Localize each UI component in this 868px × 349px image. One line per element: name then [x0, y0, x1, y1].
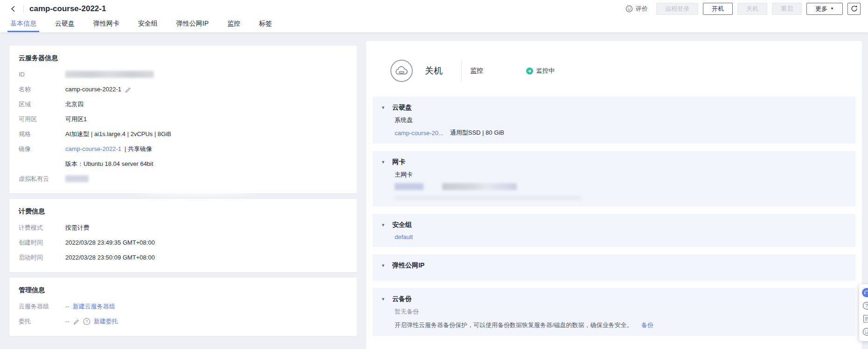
divider: [23, 5, 24, 13]
resource-sections: ▼ 云硬盘 系统盘 camp-course-20... 通用型SSD | 80 …: [373, 96, 855, 336]
collapse-arrow-icon: ▼: [381, 297, 385, 301]
support-button[interactable]: [862, 288, 868, 297]
section-security-group-header[interactable]: ▼ 安全组: [381, 219, 847, 233]
remote-login-button[interactable]: 远程登录: [656, 3, 698, 15]
collapse-arrow-icon: ▼: [381, 106, 385, 110]
back-icon: [10, 6, 16, 12]
divider: [461, 60, 462, 82]
redacted-id-value: [65, 71, 154, 78]
status-panel: 关机 监控 监控中 ▼ 云硬盘 系统盘: [366, 41, 862, 349]
help-icon[interactable]: ?: [83, 318, 90, 325]
image-link[interactable]: camp-course-2022-1: [65, 144, 121, 154]
more-button[interactable]: 更多 ▼: [806, 3, 843, 15]
smiley-icon: [625, 5, 633, 13]
section-nic: ▼ 网卡 主网卡: [373, 151, 855, 206]
collapse-arrow-icon: ▼: [381, 223, 385, 227]
tab-monitoring[interactable]: 监控: [226, 17, 241, 32]
monitoring-active-icon: [526, 68, 533, 75]
section-security-group: ▼ 安全组 default: [373, 214, 855, 247]
row-server-group: 云服务器组 -- 新建云服务器组: [19, 301, 347, 311]
redaction-smudge: [395, 196, 581, 200]
more-label: 更多: [815, 5, 827, 13]
redacted-nic-id: [442, 183, 517, 190]
monitor-status-text: 监控中: [536, 67, 555, 75]
monitor-label: 监控: [470, 67, 483, 75]
row-name: 名称 camp-course-2022-1: [19, 84, 347, 94]
section-eip: ▼ 弹性公网IP: [373, 254, 855, 281]
refresh-button[interactable]: [847, 3, 861, 15]
restart-button[interactable]: 重启: [772, 3, 802, 15]
redacted-nic-ip: [395, 183, 424, 190]
topbar: camp-course-2022-1 评价 远程登录 开机 关机 重启 更多 ▼: [0, 0, 868, 17]
side-toolbar: ?: [859, 284, 868, 341]
power-off-button[interactable]: 关机: [737, 3, 767, 15]
tab-nics[interactable]: 弹性网卡: [92, 17, 120, 32]
row-image: 镜像 camp-course-2022-1 | 共享镜像: [19, 144, 347, 154]
server-status-text: 关机: [425, 65, 443, 77]
tab-security-groups[interactable]: 安全组: [137, 17, 159, 32]
create-server-group-link[interactable]: 新建云服务器组: [73, 301, 115, 311]
nic-type-label: 主网卡: [395, 171, 847, 179]
document-icon: [863, 315, 868, 323]
smiley-icon: [862, 328, 868, 336]
agency-value: --: [65, 316, 69, 326]
row-created-time: 创建时间 2022/03/28 23:49:35 GMT+08:00: [19, 238, 347, 247]
server-status-badge: [390, 60, 413, 82]
tab-basic-info[interactable]: 基本信息: [9, 17, 37, 32]
cloud-server-icon: [395, 66, 408, 76]
row-launch-time: 启动时间 2022/03/28 23:50:09 GMT+08:00: [19, 253, 347, 262]
docs-button[interactable]: [862, 314, 868, 323]
svg-text:?: ?: [865, 303, 868, 308]
edit-agency-icon[interactable]: [73, 318, 80, 325]
collapse-arrow-icon: ▼: [381, 160, 385, 164]
image-type: | 共享镜像: [125, 144, 152, 154]
refresh-icon: [851, 5, 858, 12]
backup-link[interactable]: 备份: [641, 321, 653, 329]
row-image-version: 版本：Ubuntu 18.04 server 64bit: [19, 159, 347, 169]
left-column: 云服务器信息 ID 名称 camp-course-2022-1 区域 北京四: [9, 46, 357, 349]
chevron-down-icon: ▼: [830, 7, 834, 11]
question-icon: ?: [862, 301, 868, 310]
back-button[interactable]: [8, 4, 18, 14]
billing-info-card: 计费信息 计费模式 按需计费 创建时间 2022/03/28 23:49:35 …: [9, 199, 357, 272]
section-backup: ▼ 云备份 暂无备份 开启弹性云服务器备份保护，可以使用备份数据恢复服务器/磁盘…: [373, 288, 855, 336]
status-header: 关机 监控 监控中: [373, 41, 855, 82]
row-vpc: 虚拟私有云: [19, 174, 347, 184]
power-on-button[interactable]: 开机: [703, 3, 733, 15]
row-region: 区域 北京四: [19, 99, 347, 109]
nic-row: [395, 183, 847, 190]
feedback-link[interactable]: 评价: [625, 5, 648, 13]
disk-spec: 通用型SSD | 80 GiB: [450, 129, 504, 137]
disk-row: camp-course-20... 通用型SSD | 80 GiB: [395, 129, 847, 137]
security-group-link[interactable]: default: [395, 233, 413, 240]
section-nic-header[interactable]: ▼ 网卡: [381, 156, 847, 171]
redacted-vpc-value: [65, 175, 89, 182]
row-id: ID: [19, 69, 347, 79]
row-agency: 委托 -- ? 新建委托: [19, 316, 347, 326]
server-name: camp-course-2022-1: [65, 84, 121, 94]
tab-tags[interactable]: 标签: [258, 17, 273, 32]
tab-disks[interactable]: 云硬盘: [54, 17, 76, 32]
disk-link[interactable]: camp-course-20...: [395, 130, 444, 137]
section-eip-header[interactable]: ▼ 弹性公网IP: [381, 259, 847, 274]
backup-empty-text: 暂无备份: [395, 308, 847, 316]
feedback-button[interactable]: [862, 327, 868, 336]
row-az: 可用区 可用区1: [19, 114, 347, 124]
section-disk-header[interactable]: ▼ 云硬盘: [381, 101, 847, 116]
row-billing-mode: 计费模式 按需计费: [19, 223, 347, 233]
image-version: 版本：Ubuntu 18.04 server 64bit: [65, 159, 153, 169]
edit-name-icon[interactable]: [125, 86, 132, 93]
server-info-card: 云服务器信息 ID 名称 camp-course-2022-1 区域 北京四: [9, 46, 357, 193]
help-button[interactable]: ?: [862, 301, 868, 310]
tab-eips[interactable]: 弹性公网IP: [175, 17, 209, 32]
backup-description: 开启弹性云服务器备份保护，可以使用备份数据恢复服务器/磁盘的数据，确保业务安全。: [395, 321, 633, 329]
create-agency-link[interactable]: 新建委托: [94, 316, 118, 326]
section-backup-header[interactable]: ▼ 云备份: [381, 293, 847, 308]
detail-tabs: 基本信息 云硬盘 弹性网卡 安全组 弹性公网IP 监控 标签: [0, 17, 868, 33]
row-spec: 规格 AI加速型 | ai1s.large.4 | 2vCPUs | 8GiB: [19, 129, 347, 139]
management-info-card: 管理信息 云服务器组 -- 新建云服务器组 委托 -- ?: [9, 278, 357, 336]
main-content: 云服务器信息 ID 名称 camp-course-2022-1 区域 北京四: [0, 33, 868, 349]
disk-type-label: 系统盘: [395, 116, 847, 124]
feedback-label: 评价: [636, 5, 648, 13]
server-group-value: --: [65, 301, 69, 311]
